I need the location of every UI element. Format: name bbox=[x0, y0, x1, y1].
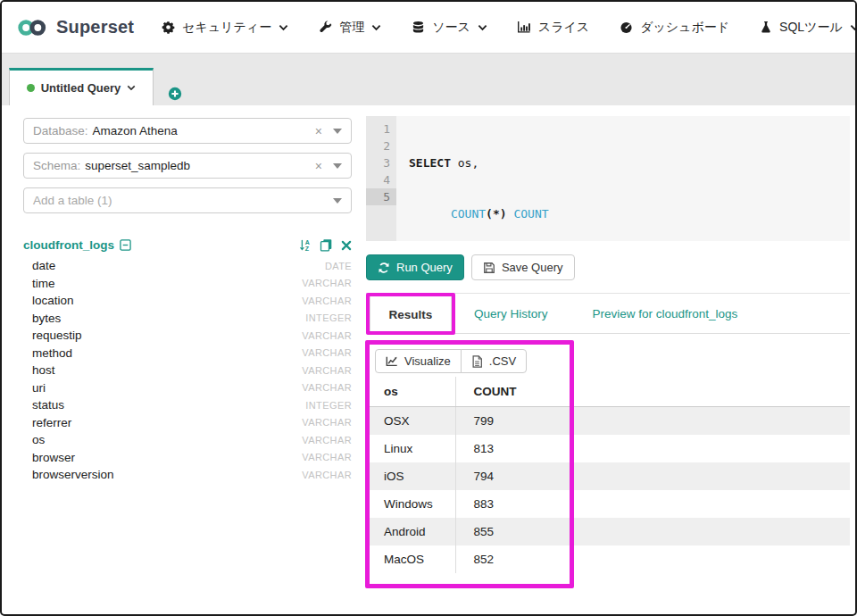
chevron-down-icon bbox=[279, 24, 288, 31]
copy-icon[interactable] bbox=[320, 238, 333, 252]
tab-results[interactable]: Results bbox=[370, 294, 452, 334]
right-panel: 1 2 3 4 5 SELECT os, COUNT(*) COUNT FROM… bbox=[366, 105, 850, 573]
query-actions: Run Query Save Query bbox=[366, 254, 850, 280]
column-list: dateDATE timeVARCHAR locationVARCHAR byt… bbox=[23, 257, 352, 484]
left-panel: Database: Amazon Athena × Schema: supers… bbox=[23, 118, 352, 484]
save-icon bbox=[483, 262, 495, 274]
database-select[interactable]: Database: Amazon Athena × bbox=[23, 118, 352, 144]
column-row: osVARCHAR bbox=[23, 431, 352, 449]
nav-item-manage[interactable]: 管理 bbox=[304, 20, 396, 36]
column-row: locationVARCHAR bbox=[23, 292, 352, 310]
column-header-os: os bbox=[366, 377, 455, 407]
run-query-button[interactable]: Run Query bbox=[366, 254, 464, 280]
results-toolbar: Visualize .CSV bbox=[375, 349, 527, 373]
schema-select[interactable]: Schema: superset_sampledb × bbox=[23, 153, 352, 179]
refresh-icon bbox=[378, 262, 390, 274]
column-row: browserVARCHAR bbox=[23, 449, 352, 467]
chevron-down-icon bbox=[850, 24, 857, 31]
chevron-down-icon bbox=[371, 24, 381, 31]
plus-circle-icon bbox=[168, 87, 182, 101]
nav-item-label: ダッシュボード bbox=[640, 20, 729, 36]
database-icon bbox=[412, 21, 425, 34]
cogs-icon bbox=[162, 21, 175, 34]
code-line: SELECT os, bbox=[409, 154, 814, 171]
column-row: referrerVARCHAR bbox=[23, 414, 352, 432]
editor-code: SELECT os, COUNT(*) COUNT FROM superset_… bbox=[396, 116, 814, 241]
table-schema-header: cloudfront_logs A Z bbox=[23, 238, 352, 252]
save-query-button[interactable]: Save Query bbox=[471, 254, 575, 280]
sql-editor[interactable]: 1 2 3 4 5 SELECT os, COUNT(*) COUNT FROM… bbox=[366, 116, 850, 241]
line-number: 3 bbox=[366, 154, 390, 171]
sql-lab-main: Database: Amazon Athena × Schema: supers… bbox=[2, 105, 855, 573]
editor-gutter: 1 2 3 4 5 bbox=[366, 116, 396, 241]
chevron-down-icon bbox=[478, 24, 487, 31]
sort-columns-icon[interactable]: A Z bbox=[298, 238, 312, 252]
svg-text:A: A bbox=[305, 239, 310, 246]
close-table-icon[interactable] bbox=[341, 240, 352, 251]
add-table-placeholder: Add a table (1) bbox=[33, 194, 112, 207]
column-row: statusINTEGER bbox=[23, 396, 352, 414]
add-table-select[interactable]: Add a table (1) bbox=[23, 187, 352, 213]
add-tab-button[interactable] bbox=[168, 87, 182, 101]
brand-name: Superset bbox=[56, 17, 134, 37]
table-row: iOS794 bbox=[366, 462, 850, 490]
table-row: Linux813 bbox=[366, 435, 850, 462]
nav-item-sql-tools[interactable]: SQLツール bbox=[745, 20, 857, 36]
column-row: browserversionVARCHAR bbox=[23, 466, 352, 484]
line-number-active: 5 bbox=[366, 188, 396, 205]
bar-chart-icon bbox=[518, 21, 531, 34]
query-tab-bar: Untitled Query bbox=[2, 54, 855, 105]
dashboard-icon bbox=[620, 21, 633, 34]
line-chart-icon bbox=[386, 355, 398, 368]
column-header-count: COUNT bbox=[455, 377, 850, 407]
results-table: os COUNT OSX799 Linux813 iOS794 Windows8… bbox=[366, 377, 850, 573]
nav-item-label: セキュリティー bbox=[182, 20, 271, 36]
file-icon bbox=[471, 355, 483, 368]
schema-select-value: superset_sampledb bbox=[85, 159, 190, 172]
results-header-row: os COUNT bbox=[366, 377, 850, 407]
nav-item-slices[interactable]: スライス bbox=[503, 20, 604, 36]
tab-preview-cloudfront-logs[interactable]: Preview for cloudfront_logs bbox=[570, 294, 761, 333]
table-row: Android855 bbox=[366, 518, 850, 545]
line-number: 2 bbox=[366, 137, 390, 154]
tab-untitled-query[interactable]: Untitled Query bbox=[9, 68, 154, 105]
collapse-icon[interactable] bbox=[120, 239, 131, 251]
flask-icon bbox=[760, 21, 772, 34]
result-tabs: Results Query History Preview for cloudf… bbox=[366, 294, 850, 334]
caret-down-icon bbox=[333, 129, 342, 134]
column-row: timeVARCHAR bbox=[23, 275, 352, 293]
code-line: COUNT(*) COUNT bbox=[409, 205, 814, 222]
column-row: bytesINTEGER bbox=[23, 310, 352, 328]
visualize-button[interactable]: Visualize bbox=[375, 349, 462, 373]
query-tab-label: Untitled Query bbox=[41, 81, 121, 95]
results-pane: Visualize .CSV os bbox=[366, 334, 850, 573]
superset-brand[interactable]: Superset bbox=[16, 17, 134, 37]
main-menu: セキュリティー 管理 ソース bbox=[146, 20, 857, 36]
nav-item-label: ソース bbox=[432, 20, 470, 36]
nav-item-security[interactable]: セキュリティー bbox=[146, 20, 304, 36]
table-row: Windows883 bbox=[366, 490, 850, 518]
wrench-icon bbox=[319, 21, 332, 34]
caret-down-icon bbox=[333, 198, 342, 204]
table-name: cloudfront_logs bbox=[23, 238, 114, 252]
nav-item-sources[interactable]: ソース bbox=[396, 20, 503, 36]
app-window: Superset セキュリティー 管理 ソース bbox=[0, 0, 857, 616]
tab-query-history[interactable]: Query History bbox=[452, 294, 570, 333]
column-row: hostVARCHAR bbox=[23, 362, 352, 379]
clear-schema-icon[interactable]: × bbox=[315, 159, 322, 173]
csv-download-button[interactable]: .CSV bbox=[461, 349, 527, 373]
query-status-dot bbox=[27, 84, 35, 92]
column-row: requestipVARCHAR bbox=[23, 327, 352, 345]
navbar: Superset セキュリティー 管理 ソース bbox=[2, 2, 855, 54]
database-select-value: Amazon Athena bbox=[93, 124, 178, 137]
line-number: 1 bbox=[366, 121, 390, 137]
clear-database-icon[interactable]: × bbox=[315, 124, 322, 138]
caret-down-icon bbox=[333, 163, 342, 169]
nav-item-dashboards[interactable]: ダッシュボード bbox=[604, 20, 745, 36]
table-row: OSX799 bbox=[366, 407, 850, 436]
infinity-logo-icon bbox=[16, 18, 48, 37]
svg-text:Z: Z bbox=[305, 246, 310, 252]
line-number: 4 bbox=[366, 171, 390, 188]
column-row: uriVARCHAR bbox=[23, 379, 352, 397]
nav-item-label: SQLツール bbox=[779, 20, 843, 36]
